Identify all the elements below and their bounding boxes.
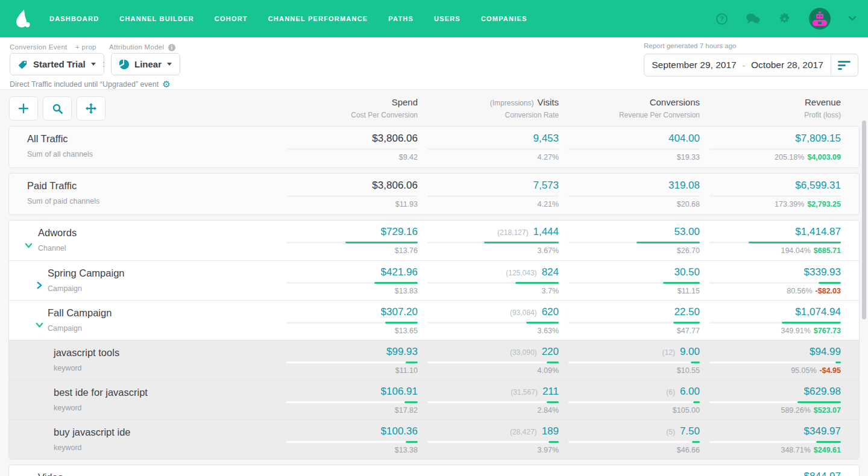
revenue-cell: $349.97348.71%$249.61 (709, 425, 841, 454)
profit-percent: 349.91% (781, 327, 810, 335)
table-row[interactable]: Spring CampaignCampaign$421.96$13.83(125… (9, 260, 859, 300)
avatar[interactable] (809, 8, 831, 30)
conversions-value-text: 7.50 (680, 425, 700, 437)
table-row[interactable]: best ide for javascriptkeyword$106.91$17… (9, 380, 859, 419)
conversions-meter (568, 282, 700, 284)
row-subtitle: Campaign (48, 324, 277, 333)
table-row[interactable]: AdwordsChannel$729.16$13.76(218,127)1,44… (9, 221, 859, 260)
vertical-scrollbar[interactable] (862, 121, 866, 319)
conversions-subvalue: $46.66 (677, 446, 700, 454)
spend-cell: $729.16$13.76 (286, 226, 418, 255)
reorder-button[interactable] (77, 96, 105, 121)
visits-value-text: 189 (542, 425, 559, 437)
nav-item-dashboard[interactable]: DASHBOARD (49, 15, 99, 22)
spend-cell: $99.93$11.10 (286, 346, 418, 375)
table-toolbar (9, 96, 277, 121)
row-subtitle: keyword (54, 443, 277, 452)
row-name: Spring Campaign (48, 268, 277, 279)
nav-item-paths[interactable]: PATHS (388, 15, 414, 22)
attribution-logo-icon[interactable] (12, 8, 33, 29)
profit-amount: $767.73 (814, 327, 841, 335)
visits-cell: 9,4534.27% (427, 133, 559, 161)
revenue-value-text: $7,809.15 (795, 133, 841, 145)
revenue-value-text: $94.99 (810, 346, 841, 358)
spend-cell: $100.36$13.38 (286, 425, 418, 454)
revenue-meter (709, 195, 841, 197)
nav-item-cohort[interactable]: COHORT (215, 15, 248, 22)
spend-cell: $3,806.06$11.93 (286, 180, 418, 208)
revenue-per-conversion-header: Revenue Per Conversion (568, 111, 700, 119)
table-header: Spend Cost Per Conversion (Impressions)V… (9, 96, 859, 121)
profit-percent: 173.39% (775, 200, 804, 208)
spend-value: $106.91 (381, 386, 418, 398)
visits-count-badge: (125,043) (506, 269, 536, 277)
visits-meter (427, 401, 559, 403)
nav-right-icons: ? (716, 8, 856, 30)
revenue-cell: $339.9380.56%-$82.03 (709, 266, 841, 295)
spend-meter (286, 401, 418, 403)
revenue-cell: $7,809.15205.18%$4,003.09 (709, 133, 841, 161)
nav-item-channel-builder[interactable]: CHANNEL BUILDER (119, 15, 194, 22)
nav-item-companies[interactable]: COMPANIES (481, 15, 527, 22)
spend-value-text: $3,806.06 (372, 133, 418, 145)
table-row[interactable]: Fall CampaignCampaign$307.20$13.65(93,08… (9, 300, 859, 340)
revenue-cell: $629.98589.26%$523.07 (709, 386, 841, 415)
chevron-right-icon[interactable] (36, 281, 43, 292)
nav-item-users[interactable]: USERS (434, 15, 461, 22)
conversions-subvalue: $20.68 (677, 200, 700, 208)
gear-icon[interactable] (778, 13, 791, 25)
visits-count-badge: (33,090) (510, 348, 537, 357)
visits-cell: (125,043)8243.7% (427, 266, 559, 295)
filter-lines-icon (838, 61, 851, 70)
conversions-cell: (5)7.50$46.66 (568, 425, 700, 454)
account-caret-down-icon[interactable] (849, 16, 856, 21)
settings-gear-icon[interactable]: ⚙ (162, 80, 170, 89)
visits-cell: 7,5734.21% (427, 180, 559, 208)
help-icon[interactable]: ? (716, 13, 728, 25)
column-header-revenue[interactable]: Revenue Profit (loss) (709, 97, 841, 121)
table-row[interactable]: buy javascript idekeyword$100.36$13.38(2… (9, 419, 859, 459)
report-generated-label: Report generated 7 hours ago (644, 42, 858, 49)
spend-header: Spend (392, 97, 418, 107)
info-icon[interactable]: i (168, 44, 175, 51)
revenue-value: $7,809.15 (795, 133, 841, 145)
profit-percent: 589.26% (781, 406, 810, 415)
conversions-value: (5)7.50 (666, 425, 700, 437)
date-separator: - (743, 61, 745, 70)
nav-item-channel-performance[interactable]: CHANNEL PERFORMANCE (268, 15, 368, 22)
add-prop-link[interactable]: + prop (75, 43, 96, 51)
filter-options-button[interactable] (831, 61, 858, 70)
table-row[interactable]: Paid TrafficSum of paid channels$3,806.0… (9, 174, 859, 215)
add-channel-button[interactable] (9, 96, 38, 121)
table-row[interactable]: All TrafficSum of all channels$3,806.06$… (9, 127, 859, 168)
spend-meter (286, 242, 418, 243)
profit-amount: $523.07 (814, 406, 841, 415)
spend-value: $99.93 (386, 346, 418, 358)
column-header-visits[interactable]: (Impressions)Visits Conversion Rate (427, 97, 559, 121)
chevron-down-icon[interactable] (25, 241, 33, 252)
conversions-cell: 30.50$11.15 (568, 266, 700, 295)
caret-down-icon (167, 63, 172, 66)
chat-icon[interactable] (746, 13, 760, 25)
conversions-meter-fill (637, 242, 700, 243)
spend-meter-fill (374, 282, 418, 284)
search-button[interactable] (43, 96, 72, 121)
conversion-event-dropdown[interactable]: Started Trial (10, 53, 104, 75)
column-header-conversions[interactable]: Conversions Revenue Per Conversion (568, 97, 700, 121)
spend-cell: $307.20$13.65 (286, 306, 418, 335)
filter-separator: : (102, 59, 105, 69)
spend-meter (286, 195, 418, 197)
spend-meter (286, 322, 418, 324)
table-row[interactable]: VideoChannel$392.9687514.00$844.97 (9, 465, 859, 476)
row-name: buy javascript ide (54, 427, 277, 438)
visits-cell: (33,090)2204.09% (427, 346, 559, 375)
revenue-value: $1,074.94 (795, 306, 841, 318)
column-header-spend[interactable]: Spend Cost Per Conversion (286, 97, 418, 121)
conversions-value: (6)6.00 (666, 386, 700, 398)
conversions-meter (568, 242, 700, 243)
table-row[interactable]: javascript toolskeyword$99.93$11.10(33,0… (9, 340, 859, 380)
conversions-value: 53.00 (674, 226, 700, 238)
attribution-model-dropdown[interactable]: Linear (111, 53, 180, 75)
date-range-picker[interactable]: September 29, 2017 - October 28, 2017 (644, 54, 858, 77)
chevron-down-icon[interactable] (36, 321, 43, 331)
